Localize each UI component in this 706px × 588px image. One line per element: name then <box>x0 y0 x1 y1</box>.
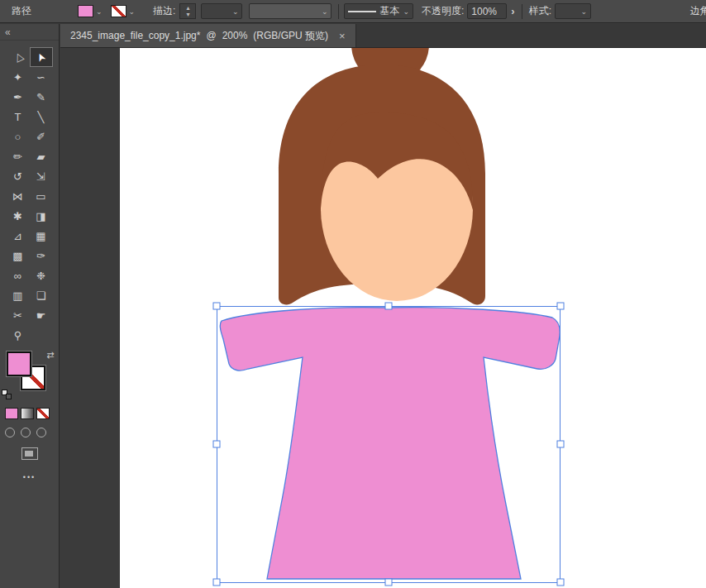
eraser-icon: ▰ <box>37 151 45 163</box>
chevron-down-icon: ⌄ <box>580 7 587 16</box>
free-transform-tool[interactable]: ▭ <box>30 186 53 206</box>
fill-swatch[interactable] <box>78 5 93 17</box>
shaper-icon: ✱ <box>13 210 22 222</box>
screen-mode-button[interactable] <box>21 447 38 460</box>
paintbrush-tool[interactable]: ✐ <box>30 127 53 146</box>
scale-icon: ⇲ <box>36 170 45 183</box>
curvature-tool[interactable]: ✎ <box>30 87 53 107</box>
gradient-icon: ▩ <box>12 250 22 262</box>
gradient-tool[interactable]: ▩ <box>7 246 30 265</box>
color-mode-row <box>5 408 55 419</box>
canvas-area[interactable] <box>60 48 706 588</box>
fill-color-picker[interactable]: ⌄ <box>78 3 103 19</box>
magic-wand-tool[interactable]: ✦ <box>7 67 30 87</box>
style-label: 样式: <box>529 4 551 18</box>
selection-handle[interactable] <box>385 579 392 586</box>
stroke-color-picker[interactable]: ⌄ <box>111 3 136 19</box>
collapse-panel-button[interactable]: « <box>0 24 59 41</box>
column-graph-icon: ▥ <box>12 289 22 302</box>
edit-toolbar-button[interactable]: ••• <box>23 473 36 481</box>
ellipse-icon: ○ <box>15 131 21 143</box>
style-combo[interactable]: ⌄ <box>555 3 591 19</box>
eyedropper-tool[interactable]: ✑ <box>30 246 53 265</box>
fill-color-swatch[interactable] <box>7 351 31 376</box>
scale-tool[interactable]: ⇲ <box>30 166 53 186</box>
chevron-down-icon: ⌄ <box>403 7 409 16</box>
free-transform-icon: ▭ <box>36 190 45 203</box>
draw-behind-button[interactable] <box>21 428 31 437</box>
column-graph-tool[interactable]: ▥ <box>7 285 30 305</box>
slice-tool[interactable]: ✂ <box>7 305 30 325</box>
stroke-weight-stepper[interactable]: ▴ ▾ <box>179 3 196 19</box>
brush-definition-combo[interactable]: 基本 ⌄ <box>344 3 413 19</box>
width-tool[interactable]: ⋈ <box>7 186 30 206</box>
opacity-input[interactable]: 100% <box>467 3 507 19</box>
draw-inside-button[interactable] <box>36 428 46 437</box>
zoom-level: 200% <box>222 30 248 41</box>
fill-stroke-cluster: ⇄ <box>0 350 60 401</box>
opacity-panel-button[interactable]: › <box>511 5 514 17</box>
stroke-weight-label: 描边: <box>153 4 175 18</box>
line-segment-tool[interactable]: ╲ <box>30 107 53 127</box>
lasso-tool[interactable]: ∽ <box>30 67 53 87</box>
selection-handle[interactable] <box>213 441 220 447</box>
selection-handle[interactable] <box>213 579 220 586</box>
rotate-tool[interactable]: ↺ <box>7 166 30 186</box>
opacity-value: 100% <box>471 6 497 17</box>
close-tab-icon[interactable]: × <box>339 30 346 42</box>
pencil-icon: ✏ <box>13 151 22 163</box>
chevron-down-icon: ⌄ <box>232 7 239 16</box>
shaper-tool[interactable]: ✱ <box>7 206 30 226</box>
color-button[interactable] <box>5 408 18 419</box>
default-fill-stroke-icon[interactable] <box>2 390 12 399</box>
blend-icon: ∞ <box>14 270 21 282</box>
draw-normal-button[interactable] <box>5 428 15 437</box>
width-profile-combo[interactable]: ⌄ <box>249 3 332 19</box>
curvature-icon: ✎ <box>36 91 45 103</box>
lasso-icon: ∽ <box>36 71 45 84</box>
magic-wand-icon: ✦ <box>13 71 22 84</box>
shape-builder-icon: ◨ <box>36 210 45 222</box>
mesh-tool[interactable]: ▦ <box>30 226 53 246</box>
hand-tool[interactable]: ☛ <box>30 305 53 325</box>
separator <box>338 4 339 19</box>
selection-handle[interactable] <box>385 303 392 309</box>
control-bar: 路径 ⌄ ⌄ 描边: ▴ ▾ ⌄ ⌄ 基本 ⌄ 不透明度: 100% › <box>0 0 706 23</box>
type-tool[interactable]: T <box>7 107 30 127</box>
gradient-button[interactable] <box>21 408 34 419</box>
stroke-swatch[interactable] <box>111 5 126 17</box>
ellipse-tool[interactable]: ○ <box>7 127 30 146</box>
symbol-sprayer-icon: ❉ <box>36 270 45 282</box>
blend-tool[interactable]: ∞ <box>7 265 30 285</box>
eyedropper-icon: ✑ <box>36 250 45 262</box>
brush-name: 基本 <box>379 4 399 18</box>
eraser-tool[interactable]: ▰ <box>30 146 53 166</box>
artboard-tool[interactable]: ❏ <box>30 285 53 305</box>
selection-handle[interactable] <box>213 303 220 309</box>
selection-handle[interactable] <box>557 579 564 586</box>
zoom-tool[interactable]: ⚲ <box>7 325 30 345</box>
document-tab[interactable]: 2345_image_file_copy_1.jpg* @ 200% (RGB/… <box>60 24 356 47</box>
stroke-unit-combo[interactable]: ⌄ <box>201 3 242 19</box>
opacity-label: 不透明度: <box>422 4 464 18</box>
tab-bar: 2345_image_file_copy_1.jpg* @ 200% (RGB/… <box>60 24 706 48</box>
swap-fill-stroke-icon[interactable]: ⇄ <box>46 350 54 361</box>
chevron-down-icon: ⌄ <box>129 7 136 16</box>
selection-handle[interactable] <box>557 303 564 309</box>
paintbrush-icon: ✐ <box>36 131 45 143</box>
direct-selection-icon: ▷ <box>11 50 26 63</box>
line-segment-icon: ╲ <box>38 111 45 123</box>
selection-tool[interactable]: ➤ <box>30 47 53 67</box>
symbol-sprayer-tool[interactable]: ❉ <box>30 265 53 285</box>
width-icon: ⋈ <box>12 190 23 203</box>
direct-selection-tool[interactable]: ▷ <box>7 47 30 67</box>
stepper-down-icon[interactable]: ▾ <box>186 12 189 18</box>
shape-builder-tool[interactable]: ◨ <box>30 206 53 226</box>
document-canvas[interactable] <box>60 48 706 588</box>
none-button[interactable] <box>36 408 50 419</box>
pen-tool[interactable]: ✒ <box>7 87 30 107</box>
selection-handle[interactable] <box>557 441 564 447</box>
perspective-grid-tool[interactable]: ⊿ <box>7 226 30 246</box>
pencil-tool[interactable]: ✏ <box>7 146 30 166</box>
corner-label: 边角: <box>690 4 706 18</box>
